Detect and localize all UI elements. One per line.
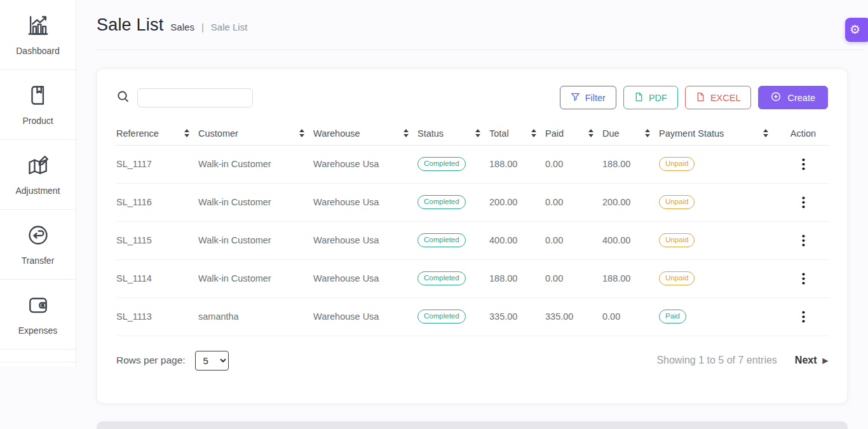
cell-warehouse: Warehouse Usa xyxy=(313,259,417,297)
cell-action xyxy=(777,145,829,183)
return-arrow-icon xyxy=(26,223,50,250)
funnel-icon xyxy=(571,92,580,104)
cell-due: 400.00 xyxy=(602,221,659,259)
breadcrumb-separator: | xyxy=(201,22,204,32)
payment-status-badge: Unpaid xyxy=(659,233,695,248)
row-actions-kebab-icon[interactable] xyxy=(796,270,811,287)
row-actions-kebab-icon[interactable] xyxy=(796,156,811,173)
status: Completed xyxy=(417,221,489,259)
payment-status: Paid xyxy=(659,297,777,336)
sidebar-item-adjustment[interactable]: Adjustment xyxy=(0,140,76,210)
payment-status-badge: Paid xyxy=(659,310,686,324)
cell-customer: Walk-in Customer xyxy=(198,145,313,183)
create-button[interactable]: Create xyxy=(758,86,828,109)
book-icon xyxy=(26,83,50,110)
plus-circle-icon xyxy=(771,92,781,104)
sort-icon[interactable] xyxy=(299,129,304,137)
sidebar-item-expenses[interactable]: Expenses xyxy=(0,280,76,350)
rows-per-page-label: Rows per page: xyxy=(116,355,186,366)
column-header-total: Total xyxy=(489,128,509,139)
next-label: Next xyxy=(795,355,817,366)
sale-list-card: Filter PDF EXCEL xyxy=(97,69,848,404)
status-badge: Completed xyxy=(417,195,466,210)
sidebar-item-label: Expenses xyxy=(18,325,57,336)
status: Completed xyxy=(417,297,489,336)
sidebar-item-label: Adjustment xyxy=(15,186,60,196)
create-button-label: Create xyxy=(787,93,815,103)
table-row: SL_1116Walk-in CustomerWarehouse UsaComp… xyxy=(116,183,829,221)
cell-customer: samantha xyxy=(198,297,313,336)
status-badge: Completed xyxy=(417,310,466,324)
page-header: Sale List Sales | Sale List xyxy=(97,15,247,35)
sidebar-item-product[interactable]: Product xyxy=(0,70,76,140)
rows-per-page: Rows per page: 5 xyxy=(116,351,229,371)
sales-table: Reference Customer Warehouse Status Tota… xyxy=(116,122,829,336)
cell-reference: SL_1117 xyxy=(116,145,198,183)
card-toolbar: Filter PDF EXCEL xyxy=(116,69,828,122)
pagination: Showing 1 to 5 of 7 entries Next ▶ xyxy=(656,355,828,366)
cell-warehouse: Warehouse Usa xyxy=(313,183,417,221)
cell-paid: 335.00 xyxy=(545,297,602,336)
pdf-export-button[interactable]: PDF xyxy=(623,86,678,109)
sort-icon[interactable] xyxy=(403,129,409,137)
cell-warehouse: Warehouse Usa xyxy=(313,297,417,336)
filter-button-label: Filter xyxy=(585,93,606,103)
payment-status: Unpaid xyxy=(659,259,777,297)
row-actions-kebab-icon[interactable] xyxy=(796,194,811,211)
cell-reference: SL_1115 xyxy=(116,221,198,259)
payment-status-badge: Unpaid xyxy=(659,157,695,172)
cell-paid: 0.00 xyxy=(545,145,602,183)
cell-total: 188.00 xyxy=(489,259,545,297)
sidebar-item-dashboard[interactable]: Dashboard xyxy=(0,0,76,70)
pdf-button-label: PDF xyxy=(649,93,667,103)
sort-icon[interactable] xyxy=(645,129,650,137)
bar-chart-icon xyxy=(26,13,50,40)
cell-due: 200.00 xyxy=(602,183,659,221)
sort-icon[interactable] xyxy=(184,129,189,137)
row-actions-kebab-icon[interactable] xyxy=(796,308,811,325)
excel-export-button[interactable]: EXCEL xyxy=(685,86,752,109)
sidebar-item-label: Product xyxy=(22,116,53,126)
status: Completed xyxy=(417,145,489,183)
page-title: Sale List xyxy=(97,15,163,35)
file-icon xyxy=(634,92,644,104)
cell-warehouse: Warehouse Usa xyxy=(313,145,417,183)
column-header-action: Action xyxy=(790,128,816,139)
wallet-icon xyxy=(26,293,50,320)
cell-total: 335.00 xyxy=(489,297,545,336)
column-header-customer: Customer xyxy=(198,128,238,139)
column-header-warehouse: Warehouse xyxy=(313,128,360,139)
settings-button[interactable]: ⚙ xyxy=(845,18,868,42)
sidebar-item-transfer[interactable]: Transfer xyxy=(0,210,76,280)
column-header-reference: Reference xyxy=(116,128,159,139)
cell-action xyxy=(777,259,829,297)
sort-icon[interactable] xyxy=(531,129,536,137)
search-area xyxy=(116,88,253,107)
filter-button[interactable]: Filter xyxy=(560,86,616,109)
sort-icon[interactable] xyxy=(588,129,593,137)
cell-paid: 0.00 xyxy=(545,183,602,221)
cell-paid: 0.00 xyxy=(545,221,602,259)
column-header-payment-status: Payment Status xyxy=(659,128,724,139)
search-input[interactable] xyxy=(137,88,253,107)
table-row: SL_1114Walk-in CustomerWarehouse UsaComp… xyxy=(116,259,829,297)
next-page-button[interactable]: Next ▶ xyxy=(795,355,828,366)
row-actions-kebab-icon[interactable] xyxy=(796,232,811,249)
sidebar-footer-spacer xyxy=(0,350,76,362)
sort-icon[interactable] xyxy=(475,129,480,137)
sort-icon[interactable] xyxy=(763,129,768,137)
cell-total: 200.00 xyxy=(489,183,545,221)
payment-status: Unpaid xyxy=(659,183,777,221)
cell-reference: SL_1114 xyxy=(116,259,198,297)
table-row: SL_1115Walk-in CustomerWarehouse UsaComp… xyxy=(116,221,829,259)
cell-due: 188.00 xyxy=(602,145,659,183)
excel-button-label: EXCEL xyxy=(710,93,741,103)
search-icon xyxy=(116,90,130,106)
payment-status-badge: Unpaid xyxy=(659,195,695,210)
breadcrumb-parent[interactable]: Sales xyxy=(170,22,194,32)
rows-per-page-select[interactable]: 5 xyxy=(195,351,229,371)
cell-action xyxy=(777,221,829,259)
cell-customer: Walk-in Customer xyxy=(198,183,313,221)
table-body: SL_1117Walk-in CustomerWarehouse UsaComp… xyxy=(116,145,829,336)
cell-reference: SL_1113 xyxy=(116,297,198,336)
